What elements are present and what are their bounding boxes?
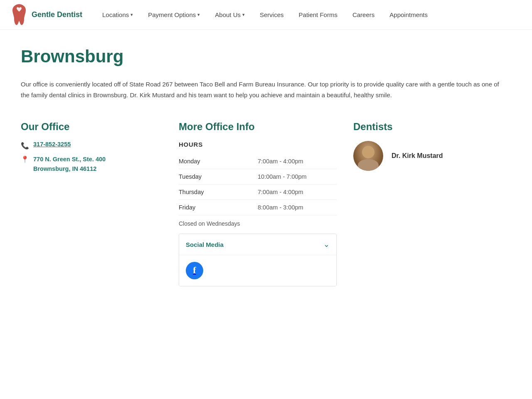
closed-note: Closed on Wednesdays <box>179 220 337 227</box>
facebook-link[interactable]: f <box>186 262 203 279</box>
social-media-header[interactable]: Social Media ⌄ <box>179 234 336 255</box>
nav-label-patient-forms: Patient Forms <box>299 11 337 18</box>
nav-item-appointments[interactable]: Appointments <box>382 11 435 18</box>
dentist-name: Dr. Kirk Mustard <box>392 152 443 160</box>
hours-time: 7:00am - 4:00pm <box>258 185 337 200</box>
nav-item-careers[interactable]: Careers <box>345 11 382 18</box>
office-section: Our Office 📞 317-852-3255 📍 770 N. Green… <box>21 121 162 179</box>
main-content: Brownsburg Our office is conveniently lo… <box>8 30 524 311</box>
address-item: 📍 770 N. Green St., Ste. 400 Brownsburg,… <box>21 155 162 174</box>
nav-item-patient-forms[interactable]: Patient Forms <box>291 11 345 18</box>
nav-label-careers: Careers <box>352 11 374 18</box>
hours-day: Tuesday <box>179 169 258 185</box>
hours-row: Friday 8:00am - 3:00pm <box>179 200 337 215</box>
address-text: 770 N. Green St., Ste. 400 Brownsburg, I… <box>33 155 106 174</box>
social-media-label: Social Media <box>186 241 224 248</box>
nav-item-locations[interactable]: Locations ▾ <box>95 11 140 18</box>
chevron-down-icon: ⌄ <box>323 240 330 249</box>
nav-label-services: Services <box>260 11 284 18</box>
nav-label-locations: Locations <box>102 11 129 18</box>
nav-item-about-us[interactable]: About Us ▾ <box>207 11 252 18</box>
hours-row: Thursday 7:00am - 4:00pm <box>179 185 337 200</box>
hours-day: Thursday <box>179 185 258 200</box>
address-line2: Brownsburg, IN 46112 <box>33 164 106 174</box>
hours-row: Tuesday 10:00am - 7:00pm <box>179 169 337 185</box>
location-pin-icon: 📍 <box>21 155 29 163</box>
hours-table: Monday 7:00am - 4:00pm Tuesday 10:00am -… <box>179 154 337 215</box>
site-logo[interactable]: Gentle Dentist <box>8 2 82 27</box>
nav-label-appointments: Appointments <box>389 11 428 18</box>
hours-time: 10:00am - 7:00pm <box>258 169 337 185</box>
nav-label-about-us: About Us <box>215 11 241 18</box>
phone-item: 📞 317-852-3255 <box>21 141 162 150</box>
hours-day: Friday <box>179 200 258 215</box>
facebook-icon: f <box>193 266 196 275</box>
chevron-down-icon: ▾ <box>131 12 133 17</box>
social-media-content: f <box>179 255 336 286</box>
address-line1: 770 N. Green St., Ste. 400 <box>33 155 106 164</box>
hours-day: Monday <box>179 154 258 169</box>
more-info-heading: More Office Info <box>179 121 337 133</box>
hours-time: 7:00am - 4:00pm <box>258 154 337 169</box>
phone-link[interactable]: 317-852-3255 <box>33 141 71 148</box>
office-heading: Our Office <box>21 121 162 133</box>
intro-paragraph: Our office is conveniently located off o… <box>21 79 503 100</box>
more-office-info-section: More Office Info HOURS Monday 7:00am - 4… <box>179 121 337 286</box>
hours-time: 8:00am - 3:00pm <box>258 200 337 215</box>
main-nav: Gentle Dentist Locations ▾ Payment Optio… <box>0 0 532 30</box>
page-title: Brownsburg <box>21 47 511 66</box>
dentists-heading: Dentists <box>353 121 511 133</box>
nav-item-payment-options[interactable]: Payment Options ▾ <box>140 11 207 18</box>
social-media-box: Social Media ⌄ f <box>179 234 337 286</box>
phone-icon: 📞 <box>21 142 29 150</box>
chevron-down-icon: ▾ <box>197 12 200 17</box>
info-columns: Our Office 📞 317-852-3255 📍 770 N. Green… <box>21 121 511 286</box>
hours-row: Monday 7:00am - 4:00pm <box>179 154 337 169</box>
chevron-down-icon: ▾ <box>242 12 245 17</box>
avatar <box>353 141 383 171</box>
hours-label: HOURS <box>179 141 337 148</box>
nav-label-payment-options: Payment Options <box>148 11 196 18</box>
dentists-section: Dentists Dr. Kirk Mustard <box>353 121 511 171</box>
dentist-card: Dr. Kirk Mustard <box>353 141 511 171</box>
nav-links: Locations ▾ Payment Options ▾ About Us ▾… <box>95 11 435 18</box>
avatar-image <box>353 141 383 171</box>
logo-text: Gentle Dentist <box>32 10 82 19</box>
nav-item-services[interactable]: Services <box>252 11 291 18</box>
